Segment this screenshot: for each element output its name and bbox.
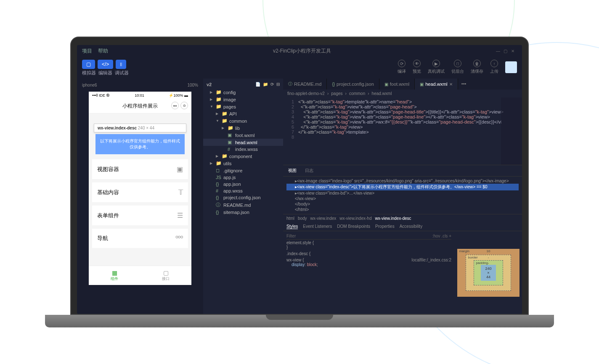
list-item[interactable]: 视图容器▣ <box>92 159 188 179</box>
devtools: 视图 日志 ▸<wx-image class="index-logo" src=… <box>283 165 522 314</box>
file-foot[interactable]: ▣foot.wxml <box>203 132 283 139</box>
battery-label: ⚡100% ▬ <box>169 93 188 98</box>
filter-controls[interactable]: :hov .cls + <box>432 234 451 238</box>
list-item[interactable]: 表单组件☰ <box>92 206 188 225</box>
mode-simulator-button[interactable]: ▢ <box>82 60 95 69</box>
remote-debug-button[interactable]: ▶真机调试 <box>428 60 445 74</box>
avatar[interactable] <box>505 61 517 73</box>
json-icon: {} <box>216 210 222 215</box>
json-icon: {} <box>216 182 222 187</box>
tab-readme[interactable]: ⓘREADME.md <box>283 79 327 90</box>
device-name: iphone6 <box>82 83 97 87</box>
folder-image[interactable]: ▶📁image <box>203 96 283 103</box>
chip-icon: ▢ <box>143 269 188 276</box>
tab-api[interactable]: ▢接口 <box>140 266 191 285</box>
folder-icon: 📁 <box>216 97 222 102</box>
menu-project[interactable]: 项目 <box>82 47 92 55</box>
highlighted-element: 以下将展示小程序官方组件能力，组件样式仅供参考。 <box>95 134 185 154</box>
list-item[interactable]: 基础内容𝕋 <box>92 182 188 202</box>
folder-icon: 📁 <box>222 118 228 124</box>
folder-icon: 📁 <box>216 104 222 109</box>
preview-button[interactable]: 👁预览 <box>413 60 421 74</box>
wxml-icon: ▣ <box>420 82 424 87</box>
ide-window: 项目 帮助 v2-FinClip小程序开发工具 — ▢ ✕ ▢ </> ⫴ 模拟… <box>77 45 522 314</box>
listeners-tab[interactable]: Event Listeners <box>303 224 332 229</box>
breakpoints-tab[interactable]: DOM Breakpoints <box>337 224 370 229</box>
wxml-icon: ▣ <box>228 132 233 138</box>
folder-config[interactable]: ▶📁config <box>203 89 283 96</box>
inspect-tooltip: wx-view.index-desc 240 × 44 <box>94 124 186 132</box>
folder-utils[interactable]: ▶📁utils <box>203 160 283 167</box>
minimap[interactable] <box>501 98 522 165</box>
more-icon[interactable]: ••• <box>171 102 179 109</box>
mode-debugger-button[interactable]: ⫴ <box>116 60 126 69</box>
file-head[interactable]: ▣head.wxml <box>203 139 283 146</box>
mode-simulator-label: 模拟器 <box>82 70 96 76</box>
wxml-icon: ▣ <box>228 140 233 145</box>
crumb-item[interactable]: body <box>298 216 307 221</box>
code-editor[interactable]: 1<"k-attr">class="k-tag">template "k-att… <box>283 98 522 165</box>
folder-component[interactable]: ▶📁component <box>203 153 283 160</box>
compile-button[interactable]: ⟳编译 <box>398 60 406 74</box>
tab-foot[interactable]: ▣foot.wxml <box>379 79 415 90</box>
folder-api[interactable]: ▶📁API <box>203 110 283 117</box>
folder-pages[interactable]: ▼📁pages <box>203 103 283 110</box>
mode-editor-label: 编辑器 <box>98 70 112 76</box>
explorer-root: v2 <box>207 82 212 87</box>
menu-help[interactable]: 帮助 <box>98 47 108 55</box>
box-content: 240 × 44 <box>481 265 496 281</box>
window-title: v2-FinClip小程序开发工具 <box>114 47 490 55</box>
new-folder-icon[interactable]: 📁 <box>263 82 268 87</box>
crumb-item[interactable]: wx-view.index-desc <box>375 216 411 221</box>
clear-cache-button[interactable]: 🗑清缓存 <box>471 60 483 74</box>
file-sitemap[interactable]: {}sitemap.json <box>203 209 283 216</box>
file-projectconfig[interactable]: {}project.config.json <box>203 194 283 201</box>
tab-more-icon[interactable]: ••• <box>458 79 470 90</box>
box-model: margin 10 border - padding - 240 × 44 <box>455 231 522 314</box>
crumb-item[interactable]: html <box>286 216 294 221</box>
refresh-icon[interactable]: ⟳ <box>270 82 274 87</box>
folder-common[interactable]: ▼📁common <box>203 117 283 124</box>
file-appjson[interactable]: {}app.json <box>203 181 283 187</box>
tab-projectconfig[interactable]: {}project.config.json <box>327 79 379 90</box>
styles-tab[interactable]: Styles <box>286 224 298 229</box>
close-tab-icon[interactable]: ✕ <box>449 82 453 87</box>
simulator-panel: iphone6 100% •••ll IDE ⦿ 10:01 ⚡100% ▬ 小… <box>77 79 203 314</box>
file-gitignore[interactable]: ◻.gitignore <box>203 167 283 174</box>
styles-panel[interactable]: Filter :hov .cls + element.style {}.inde… <box>283 231 455 314</box>
folder-icon: 📁 <box>216 90 222 95</box>
container-icon: ▣ <box>177 165 183 173</box>
mode-debugger-label: 调试器 <box>115 70 129 76</box>
elements-panel[interactable]: ▸<wx-image class="index-logo" src="../re… <box>283 177 522 214</box>
view-tab[interactable]: 视图 <box>286 167 298 174</box>
tab-head[interactable]: ▣head.wxml✕ <box>415 79 458 90</box>
tab-component[interactable]: ▦组件 <box>89 266 140 285</box>
file-readme[interactable]: ⓘREADME.md <box>203 201 283 209</box>
json-icon: {} <box>332 82 335 87</box>
collapse-icon[interactable]: ⊟ <box>276 82 280 87</box>
crumb-item[interactable]: wx-view.index-hd <box>339 216 371 221</box>
file-appwxss[interactable]: #app.wxss <box>203 187 283 194</box>
upload-button[interactable]: ↑上传 <box>490 60 498 74</box>
log-tab[interactable]: 日志 <box>303 167 315 174</box>
properties-tab[interactable]: Properties <box>375 224 395 229</box>
filter-input[interactable]: Filter <box>286 234 296 238</box>
phone-simulator: •••ll IDE ⦿ 10:01 ⚡100% ▬ 小程序组件展示 ••• ⊙ … <box>89 92 191 285</box>
file-indexwxss[interactable]: #index.wxss <box>203 146 283 153</box>
editor-area: ⓘREADME.md {}project.config.json ▣foot.w… <box>283 79 522 314</box>
background-button[interactable]: □切后台 <box>451 60 464 74</box>
file-icon: ◻ <box>216 168 222 173</box>
accessibility-tab[interactable]: Accessibility <box>400 224 422 229</box>
close-icon[interactable]: ✕ <box>511 49 517 54</box>
list-item[interactable]: 导航ººº <box>92 229 188 248</box>
file-appjs[interactable]: JSapp.js <box>203 174 283 181</box>
mode-editor-button[interactable]: </> <box>98 60 113 69</box>
maximize-icon[interactable]: ▢ <box>504 49 509 54</box>
minimize-icon[interactable]: — <box>496 49 502 54</box>
new-file-icon[interactable]: 📄 <box>255 82 260 87</box>
crumb-item[interactable]: wx-view.index <box>310 216 337 221</box>
close-app-icon[interactable]: ⊙ <box>180 102 188 109</box>
text-icon: 𝕋 <box>178 188 183 196</box>
folder-lib[interactable]: ▶📁lib <box>203 124 283 132</box>
folder-icon: 📁 <box>222 111 228 116</box>
